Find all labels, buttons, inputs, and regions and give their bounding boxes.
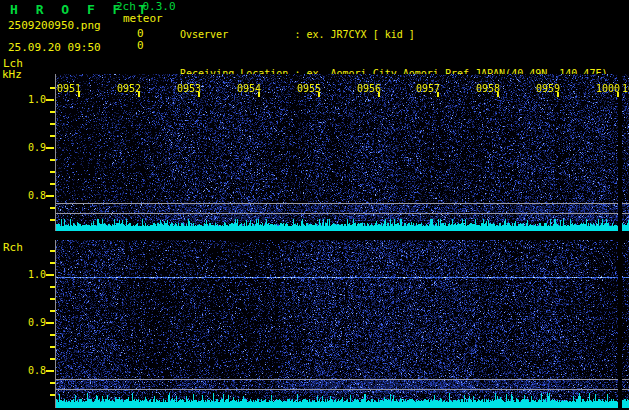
khz-unit-label: kHz bbox=[2, 69, 22, 80]
freq-minor-tick bbox=[50, 382, 55, 384]
freq-minor-tick bbox=[50, 310, 55, 312]
freq-major-tick bbox=[46, 322, 54, 324]
freq-minor-tick bbox=[50, 334, 55, 336]
freq-minor-tick bbox=[50, 183, 55, 185]
freq-minor-tick bbox=[50, 135, 55, 137]
time-tick bbox=[318, 92, 320, 97]
freq-minor-tick bbox=[50, 394, 55, 396]
freq-label-rch-0.9: 0.9 bbox=[28, 318, 46, 328]
freq-minor-tick bbox=[50, 219, 55, 221]
freq-minor-tick bbox=[50, 298, 55, 300]
freq-label-rch-1.0: 1.0 bbox=[28, 270, 46, 280]
event-count-lch: 0 bbox=[137, 28, 144, 39]
freq-major-tick bbox=[46, 195, 54, 197]
freq-minor-tick bbox=[50, 250, 55, 252]
time-tick bbox=[617, 92, 619, 97]
time-tick bbox=[198, 92, 200, 97]
time-label-strip-clipped: 10 bbox=[622, 83, 629, 94]
freq-major-tick bbox=[46, 99, 54, 101]
freq-minor-tick bbox=[50, 171, 55, 173]
freq-minor-tick bbox=[50, 286, 55, 288]
freq-minor-tick bbox=[50, 87, 55, 89]
freq-major-tick bbox=[46, 147, 54, 149]
freq-major-tick bbox=[46, 370, 54, 372]
rch-channel-label: Rch bbox=[3, 242, 23, 253]
freq-label-lch-1.0: 1.0 bbox=[28, 95, 46, 105]
hrofft-window: H R O F F T 2ch 0.3.0 meteor 2509200950.… bbox=[0, 0, 629, 410]
event-count-rch: 0 bbox=[137, 40, 144, 51]
time-tick bbox=[557, 92, 559, 97]
freq-minor-tick bbox=[50, 262, 55, 264]
time-tick bbox=[378, 92, 380, 97]
output-filename: 2509200950.png bbox=[8, 20, 101, 31]
timestamp: 25.09.20 09:50 bbox=[8, 42, 101, 53]
freq-major-tick bbox=[46, 274, 54, 276]
time-tick bbox=[258, 92, 260, 97]
freq-minor-tick bbox=[50, 123, 55, 125]
freq-minor-tick bbox=[50, 346, 55, 348]
freq-minor-tick bbox=[50, 207, 55, 209]
freq-label-lch-0.8: 0.8 bbox=[28, 191, 46, 201]
event-type-label: meteor bbox=[123, 13, 163, 24]
time-tick bbox=[437, 92, 439, 97]
time-tick bbox=[78, 92, 80, 97]
version-label: 2ch 0.3.0 bbox=[116, 1, 176, 12]
rch-spectrogram bbox=[55, 240, 629, 408]
info-line-observer: Ovserver : ex. JR7CYX [ kid ] bbox=[180, 28, 629, 41]
time-tick bbox=[138, 92, 140, 97]
freq-label-rch-0.8: 0.8 bbox=[28, 366, 46, 376]
freq-minor-tick bbox=[50, 358, 55, 360]
freq-minor-tick bbox=[50, 111, 55, 113]
freq-minor-tick bbox=[50, 159, 55, 161]
freq-label-lch-0.9: 0.9 bbox=[28, 143, 46, 153]
lch-spectrogram bbox=[55, 74, 629, 231]
time-tick bbox=[497, 92, 499, 97]
